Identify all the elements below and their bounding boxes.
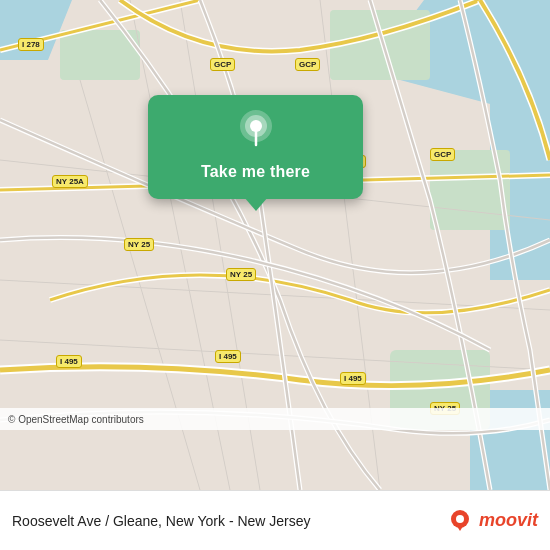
road-badge-ny25a-left: NY 25A [52, 175, 88, 188]
take-me-there-button[interactable]: Take me there [195, 161, 316, 183]
svg-point-15 [456, 515, 464, 523]
moovit-logo: moovit [446, 507, 538, 535]
road-badge-i278: I 278 [18, 38, 44, 51]
location-label: Roosevelt Ave / Gleane, New York - New J… [12, 513, 436, 529]
road-badge-gcp1: GCP [210, 58, 235, 71]
location-region: New York - New Jersey [166, 513, 311, 529]
road-badge-gcp3: GCP [430, 148, 455, 161]
road-badge-gcp2: GCP [295, 58, 320, 71]
location-name: Roosevelt Ave / Gleane [12, 513, 158, 529]
bottom-info-bar: Roosevelt Ave / Gleane, New York - New J… [0, 490, 550, 550]
road-badge-ny25-2: NY 25 [226, 268, 256, 281]
road-badge-i495-3: I 495 [340, 372, 366, 385]
location-pin-icon [235, 109, 277, 151]
location-popup[interactable]: Take me there [148, 95, 363, 199]
road-badge-ny25-1: NY 25 [124, 238, 154, 251]
map-container: I 278GCPGCPGCPNY 25ANY 25ANY 25NY 25I 49… [0, 0, 550, 490]
attribution-text: © OpenStreetMap contributors [8, 414, 144, 425]
road-badge-i495-2: I 495 [215, 350, 241, 363]
moovit-pin-icon [446, 507, 474, 535]
attribution-bar: © OpenStreetMap contributors [0, 408, 550, 430]
moovit-wordmark: moovit [479, 510, 538, 531]
road-badge-i495-1: I 495 [56, 355, 82, 368]
